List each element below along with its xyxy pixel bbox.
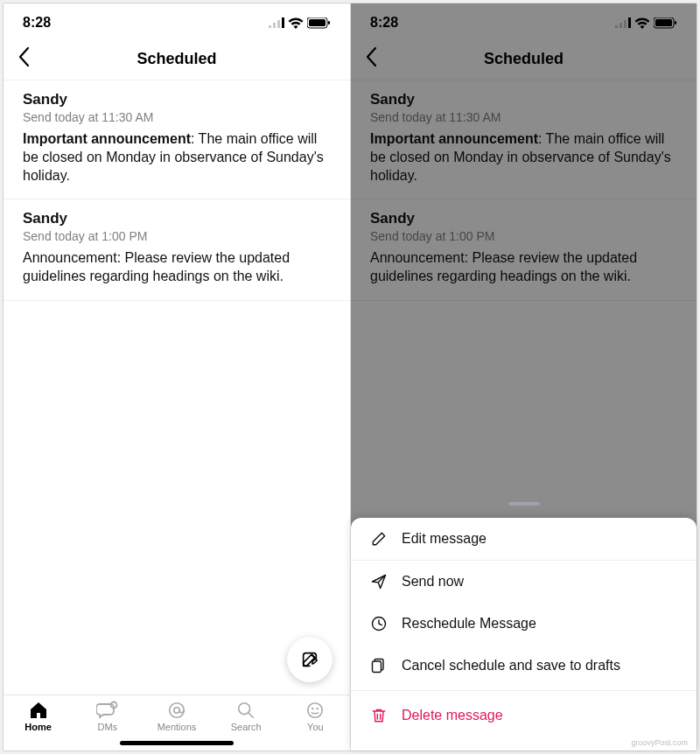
sheet-item-label: Reschedule Message <box>402 616 536 632</box>
back-button[interactable] <box>363 45 379 72</box>
svg-point-12 <box>308 703 323 718</box>
message-body: Announcement: Please review the updated … <box>23 248 331 285</box>
nav-dms[interactable]: DMs <box>81 701 134 732</box>
svg-rect-5 <box>309 19 326 26</box>
sheet-item-label: Edit message <box>402 531 486 547</box>
sheet-reschedule[interactable]: Reschedule Message <box>351 603 696 645</box>
sheet-cancel-to-drafts[interactable]: Cancel schedule and save to drafts <box>351 645 696 687</box>
message-body: Announcement: Please review the updated … <box>370 248 677 285</box>
scheduled-item[interactable]: Sandy Send today at 11:30 AM Important a… <box>4 80 350 199</box>
screen-header: Scheduled <box>351 42 696 80</box>
sender-name: Sandy <box>23 210 331 227</box>
nav-search[interactable]: Search <box>220 701 272 732</box>
status-time: 8:28 <box>370 15 398 31</box>
svg-rect-18 <box>628 17 631 28</box>
back-button[interactable] <box>16 45 32 72</box>
scheduled-item[interactable]: Sandy Send today at 1:00 PM Announcement… <box>4 199 350 300</box>
sender-name: Sandy <box>23 91 331 108</box>
screen-header: Scheduled <box>4 42 350 80</box>
sheet-item-label: Cancel schedule and save to drafts <box>402 658 620 674</box>
scheduled-item[interactable]: Sandy Send today at 1:00 PM Announcement… <box>351 199 696 300</box>
svg-rect-17 <box>624 20 626 28</box>
svg-point-10 <box>174 708 179 713</box>
svg-rect-16 <box>620 23 622 28</box>
cellular-icon <box>269 17 284 28</box>
svg-rect-20 <box>655 19 672 26</box>
message-body: Important announcement: The main office … <box>23 129 331 185</box>
wifi-icon <box>288 17 304 29</box>
scheduled-list: Sandy Send today at 11:30 AM Important a… <box>4 80 350 695</box>
svg-rect-1 <box>273 23 276 28</box>
home-indicator[interactable] <box>120 741 234 745</box>
send-time: Send today at 11:30 AM <box>370 110 677 124</box>
send-time: Send today at 1:00 PM <box>23 229 331 243</box>
sender-name: Sandy <box>370 91 677 108</box>
send-time: Send today at 11:30 AM <box>23 110 331 124</box>
watermark: groovyPost.com <box>631 738 688 747</box>
scheduled-item[interactable]: Sandy Send today at 11:30 AM Important a… <box>351 80 696 199</box>
message-body: Important announcement: The main office … <box>370 129 677 185</box>
svg-point-13 <box>312 708 313 709</box>
status-bar: 8:28 <box>4 3 350 42</box>
status-icons <box>615 17 677 29</box>
sheet-item-label: Delete message <box>402 708 503 723</box>
sheet-delete-message[interactable]: Delete message <box>351 690 696 737</box>
nav-mentions[interactable]: Mentions <box>150 701 203 732</box>
sheet-edit-message[interactable]: Edit message <box>351 518 696 560</box>
action-sheet: Edit message Send now Reschedule Message… <box>351 518 696 751</box>
status-icons <box>269 17 331 29</box>
sheet-send-now[interactable]: Send now <box>351 560 696 603</box>
compose-button[interactable] <box>287 637 332 682</box>
sender-name: Sandy <box>370 210 677 227</box>
svg-rect-6 <box>328 21 330 24</box>
svg-point-14 <box>317 708 318 709</box>
svg-rect-0 <box>269 25 271 28</box>
page-title: Scheduled <box>136 50 216 68</box>
svg-point-9 <box>170 703 185 718</box>
status-bar: 8:28 <box>351 3 696 42</box>
battery-icon <box>307 17 331 29</box>
svg-rect-15 <box>615 25 618 28</box>
nav-home[interactable]: Home <box>12 701 65 732</box>
nav-you[interactable]: You <box>289 701 341 732</box>
wifi-icon <box>634 17 650 29</box>
page-title: Scheduled <box>484 50 564 68</box>
svg-rect-2 <box>277 20 280 28</box>
sheet-grabber[interactable] <box>508 502 540 506</box>
svg-rect-21 <box>675 21 676 24</box>
battery-icon <box>654 17 677 29</box>
svg-rect-24 <box>373 661 382 673</box>
cellular-icon <box>615 17 631 28</box>
send-time: Send today at 1:00 PM <box>370 229 677 243</box>
sheet-item-label: Send now <box>402 574 464 590</box>
svg-rect-3 <box>282 17 284 28</box>
status-time: 8:28 <box>23 15 51 31</box>
